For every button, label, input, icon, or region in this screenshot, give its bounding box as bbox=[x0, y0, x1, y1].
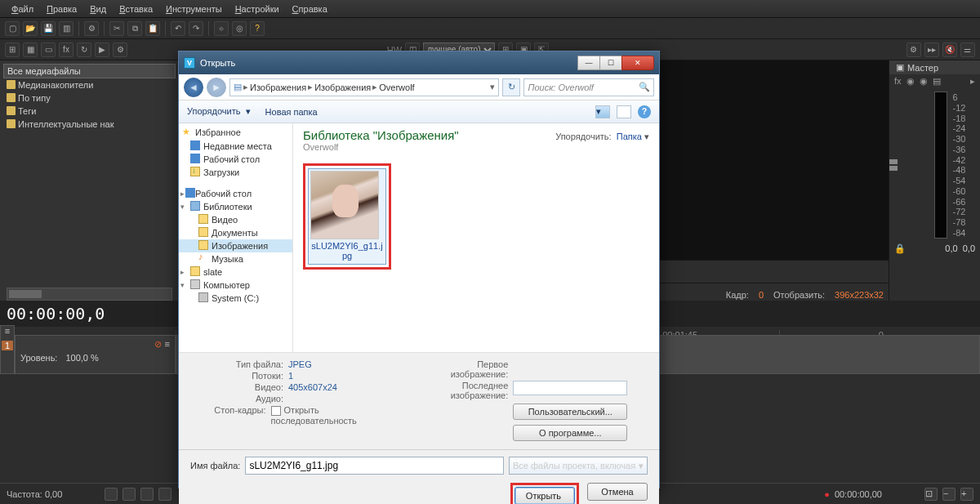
fader-handle-icon[interactable] bbox=[889, 159, 898, 164]
addr-drop-icon[interactable]: ▾ bbox=[490, 82, 495, 92]
refresh-button[interactable]: ↻ bbox=[502, 78, 520, 96]
sort-control[interactable]: Упорядочить: Папка ▾ bbox=[555, 132, 649, 142]
side-computer[interactable]: ▾Компьютер bbox=[179, 279, 292, 292]
track-header[interactable]: ⊘ ≡ Уровень: 100,0 % bbox=[15, 335, 176, 374]
mixer-next-icon[interactable]: ▸▸ bbox=[924, 42, 939, 57]
props-icon[interactable]: ⚙ bbox=[84, 21, 99, 36]
minimize-button[interactable]: — bbox=[577, 56, 600, 70]
new-folder-button[interactable]: Новая папка bbox=[265, 107, 318, 117]
marker-icon[interactable]: ◎ bbox=[232, 21, 247, 36]
track-more-icon[interactable]: ≡ bbox=[165, 339, 170, 350]
gear-icon[interactable]: ⚙ bbox=[113, 42, 127, 57]
tree-storage[interactable]: Медианакопители bbox=[0, 78, 179, 91]
tool-zoom-icon[interactable] bbox=[158, 488, 172, 501]
dialog-file-area[interactable]: Библиотека "Изображения" Overwolf Упоряд… bbox=[293, 123, 659, 352]
clip-icon[interactable]: ▭ bbox=[41, 42, 56, 57]
tool-envelope-icon[interactable] bbox=[122, 488, 136, 501]
tree-smart[interactable]: Интеллектуальные нак bbox=[0, 118, 179, 131]
menu-insert[interactable]: Вставка bbox=[113, 4, 159, 14]
master-layout-icon[interactable]: ▣ bbox=[896, 62, 904, 73]
address-bar[interactable]: ▤ ▸ Изображения ▸ Изображения ▸ Overwolf… bbox=[229, 78, 499, 96]
paste-icon[interactable]: 📋 bbox=[145, 21, 160, 36]
preview-pane-button[interactable] bbox=[617, 105, 631, 118]
media-icon[interactable]: ▦ bbox=[23, 42, 38, 57]
maximize-button[interactable]: ☐ bbox=[599, 56, 622, 70]
master-dim-icon[interactable]: ▤ bbox=[933, 76, 941, 87]
side-slate[interactable]: ▸slate bbox=[179, 265, 292, 279]
close-button[interactable]: ✕ bbox=[621, 56, 654, 70]
lock-icon[interactable]: 🔒 bbox=[894, 243, 906, 254]
side-video[interactable]: Видео bbox=[179, 213, 292, 226]
side-desktop[interactable]: Рабочий стол bbox=[179, 153, 292, 166]
tool-select-icon[interactable] bbox=[140, 488, 154, 501]
tool-cursor-icon[interactable] bbox=[105, 488, 118, 501]
mixer-gear-icon[interactable]: ⚙ bbox=[906, 42, 921, 57]
filetype-filter[interactable]: Все файлы проекта, включая bbox=[509, 457, 648, 475]
play-icon[interactable]: ▶ bbox=[95, 42, 109, 57]
tree-all-media[interactable]: Все медиафайлы bbox=[3, 64, 176, 78]
fader-handle-icon[interactable] bbox=[889, 166, 898, 171]
menu-settings[interactable]: Настройки bbox=[229, 4, 286, 14]
last-image-input[interactable] bbox=[513, 381, 627, 395]
view-mode-button[interactable]: ▾ bbox=[595, 105, 610, 118]
tree-tags[interactable]: Теги bbox=[0, 105, 179, 118]
breadcrumb-overwolf[interactable]: Overwolf bbox=[379, 83, 414, 92]
menu-help[interactable]: Справка bbox=[286, 4, 334, 14]
track-bypass-icon[interactable]: ⊘ bbox=[154, 339, 162, 350]
import-icon[interactable]: ⊞ bbox=[5, 42, 20, 57]
copy-icon[interactable]: ⧉ bbox=[127, 21, 142, 36]
side-docs[interactable]: Документы bbox=[179, 226, 292, 239]
sequence-checkbox[interactable] bbox=[271, 406, 281, 416]
open-icon[interactable]: 📂 bbox=[23, 21, 38, 36]
search-input[interactable]: Поиск: Overwolf 🔍 bbox=[523, 78, 654, 96]
fx-icon[interactable]: fx bbox=[894, 76, 902, 87]
cancel-button[interactable]: Отмена bbox=[587, 483, 648, 501]
master-out-icon[interactable]: ▸ bbox=[970, 76, 975, 87]
filename-input[interactable] bbox=[245, 457, 504, 475]
menu-tools[interactable]: Инструменты bbox=[159, 4, 229, 14]
save-icon[interactable]: 💾 bbox=[41, 21, 56, 36]
help-icon[interactable]: ? bbox=[250, 21, 265, 36]
side-images[interactable]: Изображения bbox=[179, 239, 292, 252]
menu-edit[interactable]: Правка bbox=[40, 4, 83, 14]
undo-icon[interactable]: ↶ bbox=[171, 21, 185, 36]
breadcrumb-imgs[interactable]: Изображения bbox=[250, 83, 306, 92]
organize-menu[interactable]: Упорядочить ▾ bbox=[187, 106, 251, 117]
loop-icon[interactable]: ↻ bbox=[77, 42, 91, 57]
zoom-out-icon[interactable]: − bbox=[942, 488, 956, 501]
render-icon[interactable]: ▥ bbox=[59, 21, 74, 36]
about-button[interactable]: О программе... bbox=[513, 425, 627, 441]
breadcrumb-imgs2[interactable]: Изображения bbox=[314, 83, 371, 92]
menu-view[interactable]: Вид bbox=[83, 4, 113, 14]
dialog-titlebar[interactable]: V Открыть — ☐ ✕ bbox=[179, 51, 659, 74]
master-solo-icon[interactable]: ◉ bbox=[920, 76, 928, 87]
zoom-fit-icon[interactable]: ⊡ bbox=[924, 488, 938, 501]
master-mute-icon[interactable]: ◉ bbox=[906, 76, 915, 87]
nav-back-button[interactable]: ◄ bbox=[184, 78, 203, 97]
custom-button[interactable]: Пользовательский... bbox=[513, 404, 627, 420]
file-thumbnail[interactable]: sLU2M2YI6_g11.jpg bbox=[308, 168, 386, 265]
mixer-sliders-icon[interactable]: ⚌ bbox=[960, 42, 975, 57]
side-music[interactable]: Музыка bbox=[179, 252, 292, 265]
zoom-in-icon[interactable]: + bbox=[960, 488, 973, 501]
sort-value[interactable]: Папка bbox=[617, 132, 642, 141]
side-system-c[interactable]: System (C:) bbox=[179, 292, 292, 305]
side-recent[interactable]: Недавние места bbox=[179, 140, 292, 153]
nav-fwd-button[interactable]: ► bbox=[207, 78, 226, 97]
menu-file[interactable]: Файл bbox=[5, 4, 40, 14]
cut-icon[interactable]: ✂ bbox=[109, 21, 124, 36]
fx-icon[interactable]: fx bbox=[59, 42, 74, 57]
help-button[interactable]: ? bbox=[638, 105, 651, 118]
new-icon[interactable]: ▢ bbox=[5, 21, 20, 36]
scrollbar-h[interactable] bbox=[7, 288, 172, 301]
side-downloads[interactable]: Загрузки bbox=[179, 166, 292, 179]
side-favorites[interactable]: Избранное bbox=[179, 125, 292, 140]
tree-by-type[interactable]: По типу bbox=[0, 91, 179, 105]
side-desktop2[interactable]: ▸Рабочий стол bbox=[179, 187, 292, 200]
mixer-mute-icon[interactable]: 🔇 bbox=[942, 42, 957, 57]
hamburger-icon[interactable]: ≡ bbox=[5, 326, 10, 336]
search-icon[interactable]: 🔍 bbox=[639, 82, 650, 92]
redo-icon[interactable]: ↷ bbox=[189, 21, 203, 36]
side-libraries[interactable]: ▾Библиотеки bbox=[179, 200, 292, 213]
open-button[interactable]: Открыть bbox=[514, 487, 575, 504]
